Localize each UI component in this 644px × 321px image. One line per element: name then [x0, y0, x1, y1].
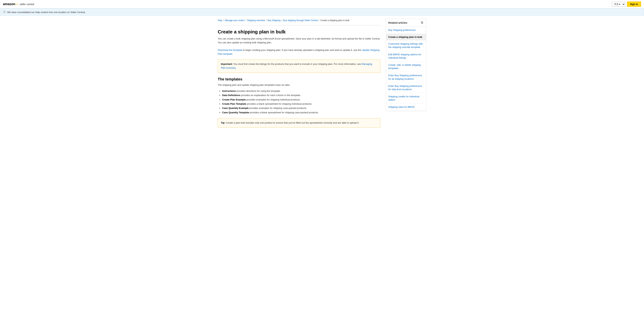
sidebar-link-shipping-credits[interactable]: Shipping credits for individual sellers: [388, 95, 424, 102]
template-link-end: .: [232, 52, 233, 55]
sidebar-link-buy-shipping-preferences[interactable]: Buy Shipping preferences: [388, 28, 424, 32]
sidebar-item-create-shipping-plan[interactable]: Create a shipping plan in bulk: [386, 34, 426, 40]
sidebar-item-enter-buy-shipping-all-locations[interactable]: Enter Buy Shipping preferences for all s…: [386, 72, 426, 82]
breadcrumb-buy-shipping[interactable]: Buy Shipping: [268, 19, 281, 22]
amazon-logo: amazon—: [3, 2, 18, 6]
important-text: You must first create the listings for t…: [232, 62, 362, 66]
sidebar-link-customize-shipping[interactable]: Customize shipping settings with the shi…: [388, 42, 424, 49]
sidebar-item-shipping-rates-bmvd[interactable]: Shipping rates for BMVD: [386, 104, 426, 111]
list-item: Data Definitions provides an explanation…: [222, 93, 380, 97]
sign-in-button[interactable]: Sign in: [627, 2, 641, 7]
section-intro: The shipping plan and update shipping pl…: [218, 83, 380, 87]
section-title: The templates: [218, 77, 380, 81]
sidebar-item-customize-shipping[interactable]: Customize shipping settings with the shi…: [386, 40, 426, 51]
bullet-list: Instructions provides directions for usi…: [218, 89, 380, 114]
info-icon: ⓘ: [3, 10, 6, 14]
logo-area: amazon— seller central: [3, 2, 34, 6]
sidebar-active-label: Create a shipping plan in bulk: [388, 36, 422, 38]
site-header: amazon— seller central 中文 ▾ Sign in: [0, 0, 644, 8]
sidebar-item-buy-shipping-preferences[interactable]: Buy Shipping preferences: [386, 27, 426, 34]
important-box: Important: You must first create the lis…: [218, 60, 380, 73]
sidebar-item-shipping-credits[interactable]: Shipping credits for individual sellers: [386, 93, 426, 104]
list-item: Case Quantity Example provides examples …: [222, 106, 380, 110]
sidebar: Related articles 🗎 Buy Shipping preferen…: [386, 19, 426, 128]
breadcrumb-current: Create a shipping plan in bulk: [320, 19, 349, 22]
tip-text: Create a plan that includes only one pro…: [225, 122, 359, 124]
breadcrumb: Help / Manage your orders / Shipping ove…: [218, 19, 380, 22]
list-item: Create Plan Example provides examples fo…: [222, 98, 380, 102]
tip-box: Tip: Create a plan that includes only on…: [218, 118, 380, 128]
info-banner: ⓘ We have consolidated our help content …: [0, 8, 644, 16]
list-item: Create Plan Template provides a blank sp…: [222, 102, 380, 106]
main-container: Help / Manage your orders / Shipping ove…: [212, 16, 432, 130]
content-area: Help / Manage your orders / Shipping ove…: [218, 19, 380, 128]
list-item: Case Quantity Template provides a blank …: [222, 110, 380, 114]
document-icon: 🗎: [420, 21, 424, 24]
sidebar-link-create-delete-templates[interactable]: Create, edit, or delete shipping templat…: [388, 63, 424, 70]
breadcrumb-manage-orders[interactable]: Manage your orders: [225, 19, 244, 22]
header-right: 中文 ▾ Sign in: [612, 2, 641, 7]
list-item: Instructions provides directions for usi…: [222, 89, 380, 93]
sidebar-link-shipping-rates-bmvd[interactable]: Shipping rates for BMVD: [388, 106, 424, 109]
template-links: Download the template to begin creating …: [218, 48, 380, 56]
sidebar-item-edit-bmvd[interactable]: Edit BMVD shipping options for individua…: [386, 51, 426, 62]
sidebar-link-edit-bmvd[interactable]: Edit BMVD shipping options for individua…: [388, 53, 424, 60]
intro-text: You can create a bulk shipping plan usin…: [218, 37, 380, 44]
tip-label: Tip:: [221, 122, 225, 124]
sidebar-link-enter-buy-shipping-all-locations[interactable]: Enter Buy Shipping preferences for all s…: [388, 74, 424, 80]
related-articles-title: Related articles: [388, 21, 407, 24]
breadcrumb-shipping-overview[interactable]: Shipping overview: [247, 19, 265, 22]
related-articles-header: Related articles 🗎: [386, 19, 426, 27]
banner-text: We have consolidated our help content in…: [7, 11, 86, 14]
sidebar-link-enter-buy-shipping-ship-from[interactable]: Enter Buy Shipping preferences for ship-…: [388, 84, 424, 91]
download-template-link[interactable]: Download the template: [218, 49, 242, 52]
sidebar-item-enter-buy-shipping-ship-from[interactable]: Enter Buy Shipping preferences for ship-…: [386, 83, 426, 93]
important-label: Important:: [221, 62, 232, 66]
related-articles-box: Related articles 🗎 Buy Shipping preferen…: [386, 19, 426, 111]
page-title: Create a shipping plan in bulk: [218, 29, 380, 35]
template-link-mid: to begin creating your shipping plan. If…: [242, 49, 362, 52]
language-selector[interactable]: 中文 ▾: [612, 2, 625, 6]
sidebar-item-create-delete-templates[interactable]: Create, edit, or delete shipping templat…: [386, 62, 426, 72]
seller-central-label: seller central: [20, 3, 34, 6]
breadcrumb-help[interactable]: Help: [218, 19, 222, 22]
breadcrumb-buy-shipping-seller-central[interactable]: Buy shipping through Seller Central: [283, 19, 318, 22]
